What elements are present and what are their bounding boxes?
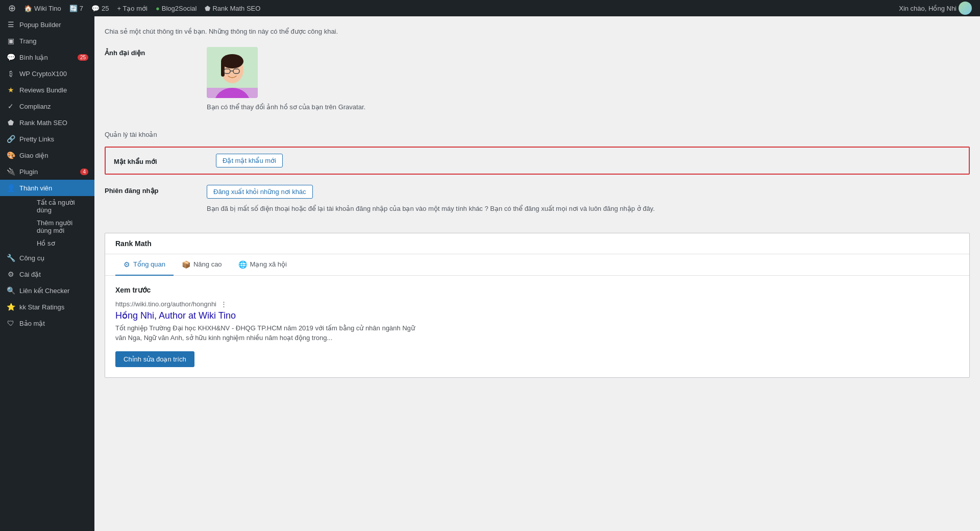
avatar-topbar (959, 2, 972, 15)
main-content: Chia sẻ một chút thông tin về bạn. Những… (94, 16, 980, 531)
rank-math-tabs: ⚙ Tổng quan 📦 Nâng cao 🌐 Mạng xã hội (105, 254, 969, 276)
rank-math-topbar[interactable]: ⬟ Rank Math SEO (201, 0, 264, 16)
content-area: Chia sẻ một chút thông tin về bạn. Những… (94, 16, 980, 388)
sidebar-item-wp-cryptox100[interactable]: ₿ WP CryptoX100 (0, 65, 94, 82)
tab-nang-cao[interactable]: 📦 Nâng cao (174, 254, 230, 276)
avatar-label: Ảnh đại diện (105, 47, 207, 57)
complianz-icon: ✓ (6, 102, 15, 110)
sidebar-item-binh-luan[interactable]: 💬 Bình luận 25 (0, 49, 94, 65)
rank-math-sidebar-icon: ⬟ (6, 118, 15, 127)
blog2social-icon: ● (156, 5, 160, 12)
tong-quan-icon: ⚙ (124, 260, 130, 269)
rank-math-body: Xem trước https://wiki.tino.org/author/h… (105, 276, 969, 377)
preview-title: Xem trước (115, 286, 959, 294)
avatar-container (207, 47, 258, 98)
preview-url-row: https://wiki.tino.org/author/hongnhi ⋮ (115, 300, 959, 308)
sidebar-item-cai-dat[interactable]: ⚙ Cài đặt (0, 266, 94, 282)
password-label: Mật khẩu mới (114, 156, 216, 165)
sidebar-item-thanh-vien[interactable]: 👤 Thành viên (0, 180, 94, 196)
password-content: Đặt mật khẩu mới (216, 154, 961, 167)
session-desc: Bạn đã bị mất số điện thoại hoặc để lại … (207, 204, 970, 214)
tab-mang-xa-hoi[interactable]: 🌐 Mạng xã hội (230, 254, 295, 276)
updates-icon: 🔄 (69, 5, 78, 12)
giao-dien-icon: 🎨 (6, 151, 15, 159)
nang-cao-icon: 📦 (182, 260, 190, 269)
sidebar-item-ho-so[interactable]: Hồ sơ (18, 237, 94, 250)
wp-logo[interactable]: ⊕ (4, 0, 20, 16)
avatar-content: Bạn có thể thay đổi ảnh hồ sơ của bạn tr… (207, 47, 970, 112)
sidebar-item-rank-math-seo[interactable]: ⬟ Rank Math SEO (0, 114, 94, 131)
avatar-subtext: Bạn có thể thay đổi ảnh hồ sơ của bạn tr… (207, 102, 970, 112)
mang-xa-hoi-icon: 🌐 (238, 260, 247, 269)
comments[interactable]: 💬 25 (87, 0, 113, 16)
rank-math-header: Rank Math (105, 233, 969, 254)
info-text: Chia sẻ một chút thông tin về bạn. Những… (105, 27, 970, 37)
kk-star-icon: ⭐ (6, 303, 15, 311)
create-new[interactable]: + Tạo mới (113, 0, 151, 16)
session-row: Phiên đăng nhập Đăng xuất khỏi những nơi… (105, 185, 970, 223)
session-content: Đăng xuất khỏi những nơi khác Bạn đã bị … (207, 185, 970, 214)
sidebar-item-bao-mat[interactable]: 🛡 Bảo mật (0, 315, 94, 331)
sidebar-item-popup-builder[interactable]: ☰ Popup Builder (0, 16, 94, 33)
topbar-right: Xin chào, Hồng Nhi (895, 0, 976, 16)
site-name[interactable]: 🏠 Wiki Tino (20, 0, 65, 16)
preview-url-dots[interactable]: ⋮ (220, 300, 227, 308)
thanh-vien-submenu: Tất cả người dùng Thêm người dùng mới Hồ… (0, 196, 94, 250)
session-label: Phiên đăng nhập (105, 185, 207, 195)
thanh-vien-icon: 👤 (6, 184, 15, 192)
reviews-icon: ★ (6, 86, 15, 94)
avatar-row: Ảnh đại diện (105, 47, 970, 121)
rank-math-icon: ⬟ (205, 5, 210, 12)
set-password-button[interactable]: Đặt mật khẩu mới (216, 154, 283, 167)
lien-ket-icon: 🔍 (6, 286, 15, 295)
home-icon: 🏠 (24, 5, 32, 12)
binh-luan-badge: 25 (78, 54, 88, 61)
preview-link[interactable]: Hồng Nhi, Author at Wiki Tino (115, 310, 959, 321)
sidebar: ☰ Popup Builder ▣ Trang 💬 Bình luận 25 ₿… (0, 16, 94, 531)
preview-url-text: https://wiki.tino.org/author/hongnhi (115, 300, 216, 308)
sidebar-item-kk-star-ratings[interactable]: ⭐ kk Star Ratings (0, 299, 94, 315)
svg-rect-8 (207, 88, 258, 98)
account-management-label: Quản lý tài khoản (105, 131, 970, 138)
edit-excerpt-button[interactable]: Chỉnh sửa đoạn trích (115, 351, 194, 367)
comments-icon: 💬 (91, 5, 100, 12)
sidebar-item-reviews-bundle[interactable]: ★ Reviews Bundle (0, 82, 94, 98)
sidebar-item-cong-cu[interactable]: 🔧 Công cụ (0, 250, 94, 266)
avatar-image (207, 47, 258, 98)
sidebar-item-tat-ca-nguoi-dung[interactable]: Tất cả người dùng (18, 196, 94, 216)
rank-math-card: Rank Math ⚙ Tổng quan 📦 Nâng cao 🌐 Mạng … (105, 233, 970, 378)
cryptox-icon: ₿ (6, 69, 15, 78)
sidebar-item-plugin[interactable]: 🔌 Plugin 4 (0, 163, 94, 180)
logout-button[interactable]: Đăng xuất khỏi những nơi khác (207, 185, 313, 199)
bao-mat-icon: 🛡 (6, 319, 15, 327)
sidebar-item-complianz[interactable]: ✓ Complianz (0, 98, 94, 114)
pretty-links-icon: 🔗 (6, 135, 15, 143)
blog2social[interactable]: ● Blog2Social (152, 0, 201, 16)
cai-dat-icon: ⚙ (6, 270, 15, 278)
preview-section: Xem trước https://wiki.tino.org/author/h… (115, 286, 959, 367)
svg-rect-4 (221, 61, 225, 77)
plugin-icon: 🔌 (6, 167, 15, 176)
sidebar-item-lien-ket-checker[interactable]: 🔍 Liên kết Checker (0, 282, 94, 299)
preview-desc: Tốt nghiệp Trường Đại học KHXH&NV - ĐHQG… (115, 323, 422, 343)
sidebar-item-trang[interactable]: ▣ Trang (0, 33, 94, 49)
binh-luan-icon: 💬 (6, 53, 15, 61)
plugin-badge: 4 (80, 168, 88, 175)
wp-icon: ⊕ (8, 3, 16, 14)
greeting[interactable]: Xin chào, Hồng Nhi (895, 0, 976, 16)
sidebar-item-pretty-links[interactable]: 🔗 Pretty Links (0, 131, 94, 147)
popup-builder-icon: ☰ (6, 20, 15, 29)
sidebar-item-them-nguoi-dung-moi[interactable]: Thêm người dùng mới (18, 216, 94, 237)
cong-cu-icon: 🔧 (6, 254, 15, 262)
sidebar-item-giao-dien[interactable]: 🎨 Giao diện (0, 147, 94, 163)
topbar: ⊕ 🏠 Wiki Tino 🔄 7 💬 25 + Tạo mới ● Blog2… (0, 0, 980, 16)
trang-icon: ▣ (6, 37, 15, 45)
password-row: Mật khẩu mới Đặt mật khẩu mới (105, 147, 970, 175)
updates[interactable]: 🔄 7 (65, 0, 87, 16)
tab-tong-quan[interactable]: ⚙ Tổng quan (115, 254, 174, 276)
